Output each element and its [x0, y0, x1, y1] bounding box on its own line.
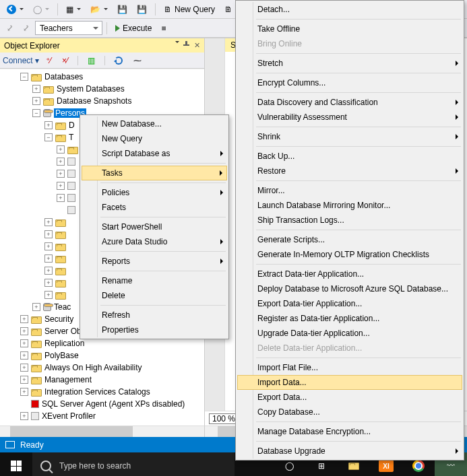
menu-item[interactable]: New Database... — [82, 116, 227, 131]
explorer-title: Object Explorer — [4, 41, 60, 50]
zoom-level[interactable]: 100 % — [209, 413, 239, 424]
menu-item[interactable]: Register as Data-tier Application... — [237, 311, 462, 326]
tree-database-snapshots[interactable]: +Database Snapshots — [0, 95, 204, 107]
menu-item[interactable]: Deploy Database to Microsoft Azure SQL D… — [237, 281, 462, 296]
horizontal-scrollbar[interactable] — [0, 426, 204, 437]
menu-item[interactable]: Generate In-Memory OLTP Migration Checkl… — [237, 247, 462, 262]
new-query-button[interactable]: 🗎 New Query — [160, 3, 219, 15]
explorer-dropdown-icon[interactable] — [175, 41, 179, 50]
menu-item[interactable]: Copy Database... — [237, 405, 462, 419]
menu-item[interactable]: Facets — [82, 200, 227, 215]
et-activity-icon[interactable]: ⁓ — [129, 55, 146, 67]
menu-item[interactable]: Manage Database Encryption... — [237, 424, 462, 439]
menu-item[interactable]: Azure Data Studio — [82, 234, 227, 249]
explorer-header: Object Explorer ✕ — [0, 38, 204, 53]
explorer-toolbar: Connect ▾ ⁺∕ ×∕ ▥ ⁓ — [0, 53, 204, 69]
menu-item[interactable]: Encrypt Columns... — [237, 75, 462, 90]
et-icon-1[interactable]: ⁺∕ — [42, 55, 55, 67]
tasks-submenu: Detach...Take OfflineBring OnlineStretch… — [235, 0, 464, 461]
status-ready: Ready — [20, 440, 44, 450]
menu-item[interactable]: Restore — [237, 164, 462, 178]
tree-databases[interactable]: −Databases — [0, 71, 204, 83]
tb2-icon-2[interactable]: ⤦ — [19, 22, 34, 34]
tree-xevent-profiler[interactable]: +XEvent Profiler — [0, 410, 204, 422]
menu-item[interactable]: Stretch — [237, 56, 462, 71]
search-placeholder: Type here to search — [59, 461, 131, 471]
menu-item[interactable]: Database Upgrade — [237, 444, 462, 458]
tree-system-databases[interactable]: +System Databases — [0, 83, 204, 95]
menu-item[interactable]: Import Data... — [237, 375, 462, 390]
menu-item[interactable]: Take Offline — [237, 22, 462, 36]
tree-polybase[interactable]: +PolyBase — [0, 349, 204, 362]
tree-integration-services[interactable]: +Integration Services Catalogs — [0, 386, 204, 398]
nav-fwd-button[interactable]: ◯ — [29, 3, 53, 15]
tb-icon-saveall[interactable]: 💾 — [133, 3, 151, 15]
search-icon — [40, 461, 51, 471]
menu-item[interactable]: Script Database as — [82, 146, 227, 161]
menu-item[interactable]: Back Up... — [237, 149, 462, 164]
tb-icon-extra[interactable]: 🗎 — [220, 3, 237, 15]
start-button[interactable] — [0, 452, 32, 476]
et-icon-2[interactable]: ×∕ — [58, 55, 72, 67]
database-dropdown[interactable]: Teachers — [35, 21, 102, 35]
menu-item[interactable]: Vulnerability Assessment — [237, 110, 462, 125]
tb-icon-save[interactable]: 💾 — [113, 3, 131, 15]
menu-item[interactable]: Upgrade Data-tier Application... — [237, 326, 462, 341]
menu-item[interactable]: Import Flat File... — [237, 360, 462, 375]
statusbar-icon — [5, 441, 15, 448]
tb-icon-open[interactable]: 📂 — [86, 3, 112, 15]
menu-item[interactable]: Refresh — [82, 308, 227, 322]
menu-item[interactable]: Delete Data-tier Application... — [237, 341, 462, 355]
connect-link[interactable]: Connect ▾ — [3, 56, 39, 65]
menu-item[interactable]: Shrink — [237, 129, 462, 144]
debug-button[interactable]: ■ — [157, 22, 170, 34]
database-context-menu: New Database...New QueryScript Database … — [80, 114, 229, 339]
nav-back-button[interactable] — [3, 3, 28, 15]
tb2-icon-1[interactable]: ⤦ — [3, 22, 18, 34]
menu-item[interactable]: Export Data... — [237, 390, 462, 405]
tree-management[interactable]: +Management — [0, 374, 204, 386]
tb-icon-1[interactable]: ▦ — [62, 3, 85, 15]
menu-item[interactable]: Ship Transaction Logs... — [237, 213, 462, 228]
menu-item[interactable]: Generate Scripts... — [237, 232, 462, 247]
menu-item[interactable]: Detach... — [237, 2, 462, 17]
menu-item[interactable]: Data Discovery and Classification — [237, 95, 462, 110]
pin-icon[interactable] — [183, 41, 190, 48]
menu-item[interactable]: Tasks — [82, 166, 227, 180]
menu-item[interactable]: Extract Data-tier Application... — [237, 267, 462, 281]
menu-item[interactable]: Export Data-tier Application... — [237, 296, 462, 311]
menu-item[interactable]: Policies — [82, 185, 227, 200]
menu-item[interactable]: Start PowerShell — [82, 219, 227, 234]
et-filter-icon[interactable]: ▥ — [84, 55, 99, 67]
close-icon[interactable]: ✕ — [194, 41, 200, 50]
menu-item[interactable]: Bring Online — [237, 36, 462, 51]
menu-item[interactable]: Properties — [82, 322, 227, 337]
execute-button[interactable]: Execute — [111, 22, 156, 34]
menu-item[interactable]: Delete — [82, 288, 227, 303]
menu-item[interactable]: New Query — [82, 131, 227, 146]
menu-item[interactable]: Mirror... — [237, 183, 462, 198]
menu-item[interactable]: Launch Database Mirroring Monitor... — [237, 198, 462, 213]
tree-sql-agent[interactable]: SQL Server Agent (Agent XPs disabled) — [0, 398, 204, 410]
menu-item[interactable]: Reports — [82, 254, 227, 269]
et-refresh-icon[interactable] — [111, 55, 127, 66]
taskbar-search[interactable]: Type here to search — [32, 452, 235, 476]
tree-alwayson[interactable]: +Always On High Availability — [0, 362, 204, 374]
menu-item[interactable]: Rename — [82, 273, 227, 288]
